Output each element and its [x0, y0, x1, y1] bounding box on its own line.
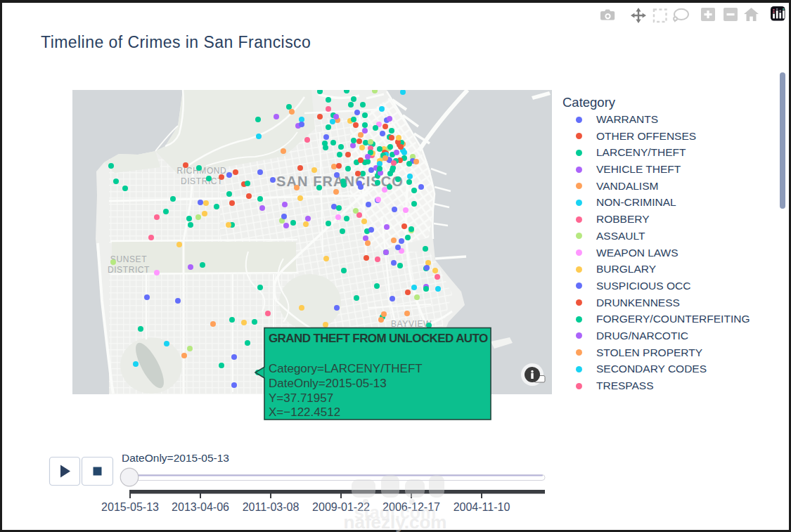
svg-text:DateOnly=2015-05-13: DateOnly=2015-05-13: [122, 452, 229, 464]
svg-text:GRAND THEFT FROM UNLOCKED AUTO: GRAND THEFT FROM UNLOCKED AUTO: [269, 332, 488, 345]
svg-text:2011-03-08: 2011-03-08: [243, 501, 300, 513]
svg-text:DISTRICT: DISTRICT: [181, 176, 223, 186]
svg-text:2013-04-06: 2013-04-06: [172, 501, 229, 513]
svg-text:nafezly.com: nafezly.com: [344, 512, 447, 532]
svg-text:DISTRICT: DISTRICT: [108, 265, 150, 275]
svg-text:2015-05-13: 2015-05-13: [101, 501, 159, 513]
svg-text:X=−122.4512: X=−122.4512: [269, 406, 340, 419]
svg-text:Y=37.71957: Y=37.71957: [269, 391, 333, 405]
svg-text:Category=LARCENY/THEFT: Category=LARCENY/THEFT: [269, 362, 423, 375]
svg-text:DateOnly=2015-05-13: DateOnly=2015-05-13: [269, 377, 387, 390]
svg-text:2004-11-10: 2004-11-10: [454, 501, 510, 513]
